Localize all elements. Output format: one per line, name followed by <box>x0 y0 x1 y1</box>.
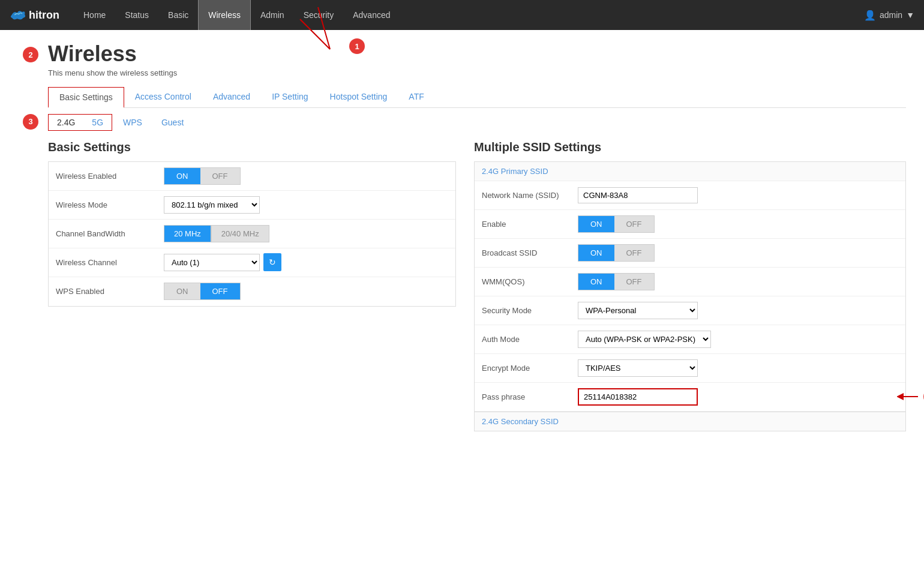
channel-bandwidth-label: Channel BandWidth <box>56 229 164 238</box>
basic-settings-title: Basic Settings <box>48 140 456 154</box>
topnav: hitron Home Status Basic Wireless Admin … <box>0 0 924 30</box>
nav-basic[interactable]: Basic <box>158 0 198 30</box>
wmm-off[interactable]: OFF <box>614 274 654 290</box>
tab-access-control[interactable]: Access Control <box>124 87 202 107</box>
nav-status[interactable]: Status <box>115 0 158 30</box>
tab-advanced[interactable]: Advanced <box>202 87 261 107</box>
security-mode-row: Security Mode WPA-Personal <box>475 296 905 325</box>
left-panel: Basic Settings Wireless Enabled ON OFF <box>48 140 456 431</box>
wps-enabled-off[interactable]: OFF <box>200 283 240 299</box>
tab-basic-settings[interactable]: Basic Settings <box>48 87 124 108</box>
wireless-channel-select[interactable]: Auto (1) <box>164 254 260 271</box>
basic-settings-table: Wireless Enabled ON OFF Wireless Mode <box>48 161 456 307</box>
main-content: Basic Settings Wireless Enabled ON OFF <box>48 140 906 431</box>
broadcast-ssid-label: Broadcast SSID <box>482 248 578 257</box>
ssid-title: Multiple SSID Settings <box>474 140 906 154</box>
nav-home[interactable]: Home <box>74 0 115 30</box>
pass-phrase-control <box>578 388 698 406</box>
security-mode-select[interactable]: WPA-Personal <box>578 302 698 319</box>
broadcast-ssid-toggle: ON OFF <box>578 244 655 262</box>
user-icon: 👤 <box>864 10 876 21</box>
wmm-toggle: ON OFF <box>578 273 655 290</box>
auth-mode-control: Auto (WPA-PSK or WPA2-PSK) <box>578 331 711 348</box>
annotation-3: 3 <box>23 114 38 130</box>
network-name-input[interactable] <box>578 187 698 203</box>
pass-phrase-label: Pass phrase <box>482 392 578 401</box>
wireless-mode-control: 802.11 b/g/n mixed <box>164 196 260 214</box>
main-tabs: Basic Settings Access Control Advanced I… <box>48 87 906 108</box>
tab-ip-setting[interactable]: IP Setting <box>261 87 319 107</box>
broadcast-ssid-control: ON OFF <box>578 244 655 262</box>
broadcast-ssid-off[interactable]: OFF <box>614 245 654 261</box>
ssid-enable-control: ON OFF <box>578 215 655 233</box>
wireless-channel-row: Wireless Channel Auto (1) ↻ <box>49 248 455 277</box>
auth-mode-label: Auth Mode <box>482 335 578 344</box>
subtab-5g[interactable]: 5G <box>83 115 112 130</box>
ssid-enable-label: Enable <box>482 220 578 229</box>
ssid-enable-toggle: ON OFF <box>578 215 655 233</box>
wps-enabled-control: ON OFF <box>164 283 241 300</box>
user-menu[interactable]: 👤 admin ▼ <box>864 10 914 21</box>
wireless-mode-row: Wireless Mode 802.11 b/g/n mixed <box>49 191 455 220</box>
auth-mode-select[interactable]: Auto (WPA-PSK or WPA2-PSK) <box>578 331 711 348</box>
bandwidth-20mhz[interactable]: 20 MHz <box>164 225 211 242</box>
wireless-channel-control: Auto (1) ↻ <box>164 253 281 271</box>
nav-advanced[interactable]: Advanced <box>343 0 400 30</box>
page-header: Wireless This menu show the wireless set… <box>48 42 906 77</box>
wireless-channel-refresh[interactable]: ↻ <box>263 253 281 271</box>
wmm-on[interactable]: ON <box>578 274 614 290</box>
wireless-enabled-row: Wireless Enabled ON OFF <box>49 162 455 191</box>
network-name-label: Network Name (SSID) <box>482 191 578 200</box>
network-name-control <box>578 187 698 203</box>
broadcast-ssid-on[interactable]: ON <box>578 245 614 261</box>
nav-links: Home Status Basic Wireless Admin Securit… <box>74 0 864 30</box>
channel-bandwidth-row: Channel BandWidth 20 MHz 20/40 MHz <box>49 220 455 248</box>
ssid-enable-off[interactable]: OFF <box>614 216 654 232</box>
subtabs-container: 3 2.4G 5G WPS Guest <box>48 114 906 131</box>
wireless-channel-label: Wireless Channel <box>56 258 164 267</box>
primary-ssid-header: 2.4G Primary SSID <box>475 162 905 181</box>
wireless-enabled-label: Wireless Enabled <box>56 172 164 181</box>
wireless-enabled-control: ON OFF <box>164 167 241 185</box>
nav-admin[interactable]: Admin <box>251 0 294 30</box>
wps-enabled-row: WPS Enabled ON OFF <box>49 277 455 306</box>
wireless-mode-select[interactable]: 802.11 b/g/n mixed <box>164 196 260 214</box>
security-mode-label: Security Mode <box>482 306 578 315</box>
wmm-row: WMM(QOS) ON OFF <box>475 268 905 296</box>
subtabs: 2.4G 5G <box>48 114 112 131</box>
nav-wireless[interactable]: Wireless <box>198 0 251 30</box>
wireless-enabled-toggle: ON OFF <box>164 167 241 185</box>
channel-bandwidth-control: 20 MHz 20/40 MHz <box>164 225 269 242</box>
tab-hotspot-setting[interactable]: Hotspot Setting <box>319 87 398 107</box>
annotation-2: 2 <box>23 47 38 62</box>
wps-enabled-on[interactable]: ON <box>164 283 200 299</box>
encrypt-mode-select[interactable]: TKIP/AES <box>578 359 698 377</box>
encrypt-mode-control: TKIP/AES <box>578 359 698 377</box>
wps-enabled-toggle: ON OFF <box>164 283 241 300</box>
logo-text: hitron <box>29 9 59 22</box>
pass-phrase-row: Pass phrase <box>475 383 905 412</box>
nav-security[interactable]: Security <box>294 0 344 30</box>
ssid-enable-on[interactable]: ON <box>578 216 614 232</box>
ssid-enable-row: Enable ON OFF <box>475 210 905 239</box>
username: admin <box>880 10 902 20</box>
right-panel: Multiple SSID Settings 2.4G Primary SSID… <box>474 140 906 431</box>
wmm-control: ON OFF <box>578 273 655 290</box>
secondary-ssid-header: 2.4G Secondary SSID <box>475 412 905 431</box>
tab-atf[interactable]: ATF <box>398 87 434 107</box>
subtab-wps[interactable]: WPS <box>115 115 151 130</box>
pass-phrase-input[interactable] <box>578 388 698 406</box>
logo: hitron <box>10 8 59 22</box>
wireless-enabled-off[interactable]: OFF <box>200 168 240 184</box>
user-dropdown-icon: ▼ <box>906 10 914 20</box>
wireless-enabled-on[interactable]: ON <box>164 168 200 184</box>
security-mode-control: WPA-Personal <box>578 302 698 319</box>
annotation-4-arrow <box>897 391 921 403</box>
encrypt-mode-label: Encrypt Mode <box>482 364 578 373</box>
subtab-2g[interactable]: 2.4G <box>49 115 83 130</box>
bandwidth-2040mhz[interactable]: 20/40 MHz <box>211 225 269 242</box>
broadcast-ssid-row: Broadcast SSID ON OFF <box>475 239 905 268</box>
network-name-row: Network Name (SSID) <box>475 181 905 210</box>
subtab-guest[interactable]: Guest <box>153 115 192 130</box>
ssid-section: 2.4G Primary SSID Network Name (SSID) En… <box>474 161 906 431</box>
